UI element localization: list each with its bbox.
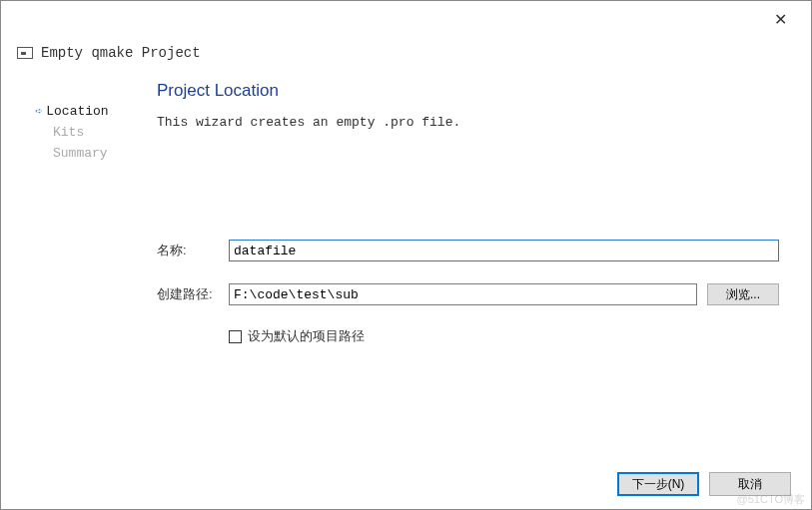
wizard-main: Project Location This wizard creates an … — [157, 77, 795, 459]
path-input[interactable] — [229, 283, 697, 305]
titlebar: ✕ — [1, 1, 811, 37]
default-path-checkbox[interactable] — [229, 330, 242, 343]
default-path-label: 设为默认的项目路径 — [248, 327, 365, 345]
dialog-window: ✕ Empty qmake Project ➪ Location Kits Su… — [0, 0, 812, 510]
name-row: 名称: — [157, 240, 779, 261]
dialog-title: Empty qmake Project — [41, 45, 201, 61]
arrow-right-icon: ➪ — [35, 104, 42, 119]
sidebar-item-summary: Summary — [35, 143, 157, 164]
close-icon[interactable]: ✕ — [766, 6, 795, 33]
name-input[interactable] — [229, 240, 779, 261]
dialog-footer: 下一步(N) 取消 — [1, 459, 811, 509]
path-label: 创建路径: — [157, 285, 219, 303]
cancel-button[interactable]: 取消 — [709, 472, 791, 496]
sidebar-item-label: Location — [46, 104, 108, 119]
sidebar-item-kits: Kits — [35, 122, 157, 143]
dialog-header: Empty qmake Project — [1, 37, 811, 77]
dialog-body: ➪ Location Kits Summary Project Location… — [1, 77, 811, 459]
default-path-row: 设为默认的项目路径 — [157, 327, 779, 345]
path-row: 创建路径: 浏览... — [157, 283, 779, 305]
sidebar-item-label: Kits — [53, 125, 84, 140]
sidebar-item-label: Summary — [53, 146, 108, 161]
next-button[interactable]: 下一步(N) — [617, 472, 699, 496]
browse-button[interactable]: 浏览... — [707, 283, 779, 305]
project-icon — [17, 47, 33, 59]
sidebar-item-location[interactable]: ➪ Location — [35, 101, 157, 122]
page-heading: Project Location — [157, 81, 779, 101]
wizard-sidebar: ➪ Location Kits Summary — [17, 77, 157, 459]
page-description: This wizard creates an empty .pro file. — [157, 115, 779, 130]
name-label: 名称: — [157, 242, 219, 259]
